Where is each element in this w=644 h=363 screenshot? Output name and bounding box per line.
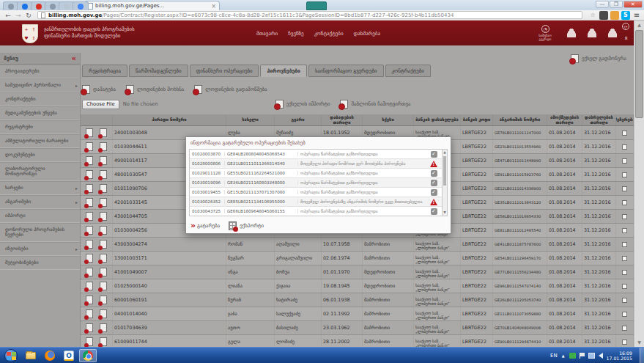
- edit-row-icon[interactable]: [86, 323, 93, 332]
- accounts-row-icon[interactable]: [100, 128, 107, 137]
- edit-row-icon[interactable]: [86, 128, 93, 137]
- maximize-button[interactable]: ❐: [610, 1, 623, 8]
- background-tab[interactable]: [306, 1, 327, 10]
- accounts-row-icon[interactable]: [100, 323, 107, 332]
- edit-row-icon[interactable]: [86, 156, 93, 165]
- user-document-icon[interactable]: [587, 29, 597, 37]
- suspend-checkbox[interactable]: [622, 256, 627, 261]
- suspend-checkbox[interactable]: [622, 270, 627, 275]
- volume-icon[interactable]: [599, 353, 603, 359]
- header-nav-item-3[interactable]: დახმარება: [354, 31, 380, 37]
- tab-1[interactable]: წარმომადგენლები: [129, 65, 188, 77]
- header-nav-item-2[interactable]: კონტაქტები: [314, 31, 344, 37]
- accounts-row-icon[interactable]: [100, 240, 107, 249]
- suspend-checkbox[interactable]: [622, 214, 627, 219]
- sidebar-item-11[interactable]: დონორული პროგრამების წევრები: [0, 223, 80, 242]
- toolbar-import-button-1[interactable]: შაბლონის ჩამოტვირთვა: [340, 100, 410, 109]
- suspend-checkbox[interactable]: [622, 284, 627, 289]
- header-nav-item-0[interactable]: მთავარი: [256, 31, 278, 37]
- accounts-row-icon[interactable]: [100, 212, 107, 221]
- sidebar-item-9[interactable]: ანგარიშები▸: [0, 195, 80, 209]
- column-header-8[interactable]: ანგარიშის ნომერი: [493, 114, 547, 125]
- edit-row-icon[interactable]: [86, 254, 93, 263]
- toolbar-button-0[interactable]: დამატება: [82, 85, 116, 94]
- suspend-checkbox[interactable]: [622, 298, 627, 303]
- refresh-circle-icon[interactable]: ⟳: [622, 23, 629, 30]
- browser-active-tab[interactable]: billing.moh.gov.ge/Pages… ×: [84, 1, 220, 10]
- suspend-checkbox[interactable]: [622, 186, 627, 191]
- edit-row-icon[interactable]: [86, 170, 93, 179]
- suspend-checkbox[interactable]: [622, 158, 627, 164]
- sidebar-item-3[interactable]: მედიკამენტების უწყება: [0, 106, 80, 120]
- toolbar-button-2[interactable]: ლოდინების გადამოწმება: [194, 85, 267, 94]
- column-header-10[interactable]: დასრულების თარიღი: [582, 114, 616, 125]
- scrollbar-thumb[interactable]: [443, 156, 446, 186]
- edit-row-icon[interactable]: [86, 240, 93, 249]
- profile-icon[interactable]: [566, 29, 577, 37]
- edit-row-icon[interactable]: [86, 296, 93, 304]
- firefox-taskbar-icon[interactable]: [41, 349, 59, 362]
- skype-extension-icon[interactable]: S: [621, 11, 630, 20]
- tab-4[interactable]: საინფორმაციო გვერდები: [308, 65, 384, 77]
- chrome-taskbar-icon[interactable]: [79, 349, 97, 362]
- pinned-tab[interactable]: [73, 1, 89, 10]
- suspend-checkbox[interactable]: [622, 228, 627, 233]
- forward-icon[interactable]: →: [13, 12, 23, 19]
- modal-scrollbar[interactable]: ▲ ▼: [442, 149, 448, 216]
- sidebar-item-6[interactable]: დოკუმენტები: [0, 148, 80, 162]
- edit-row-icon[interactable]: [86, 309, 93, 318]
- edit-row-icon[interactable]: [86, 212, 93, 221]
- tab-0[interactable]: რეგისტრაცია: [82, 65, 127, 77]
- tab-close-icon[interactable]: ×: [211, 3, 216, 10]
- excel-download-button[interactable]: ექსელ გადმოწერა: [571, 54, 626, 63]
- column-header-11[interactable]: შეჩერება: [616, 114, 634, 125]
- header-nav-item-1[interactable]: ჩვენზე: [288, 31, 304, 37]
- minimize-button[interactable]: —: [596, 1, 609, 8]
- edit-row-icon[interactable]: [86, 268, 93, 276]
- sidebar-item-0[interactable]: პროვაიდერები: [0, 65, 80, 78]
- bookmark-star-icon[interactable]: ☆: [588, 11, 597, 20]
- column-header-6[interactable]: ბანკის დასახელება: [414, 114, 461, 125]
- accounts-row-icon[interactable]: [100, 156, 107, 165]
- column-header-4[interactable]: დაბადების თარიღი: [322, 114, 363, 125]
- suspend-checkbox[interactable]: [622, 131, 627, 136]
- accounts-row-icon[interactable]: [100, 254, 107, 263]
- suspend-checkbox[interactable]: [622, 172, 627, 177]
- tab-5[interactable]: კონტრაქტები: [385, 65, 431, 77]
- export-button[interactable]: ექსპორტი: [240, 223, 264, 229]
- accounts-row-icon[interactable]: [100, 226, 107, 235]
- accounts-row-icon[interactable]: [100, 184, 107, 193]
- scroll-up-icon[interactable]: ▲: [443, 150, 447, 155]
- accounts-row-icon[interactable]: [100, 282, 107, 290]
- column-header-9[interactable]: ამოქმედების თარიღი: [547, 114, 582, 125]
- chrome-menu-icon[interactable]: ≡: [632, 11, 641, 20]
- suspend-checkbox[interactable]: [622, 200, 627, 205]
- suspend-checkbox[interactable]: [622, 242, 627, 247]
- edit-row-icon[interactable]: [86, 282, 93, 290]
- show-desktop-button[interactable]: [640, 348, 644, 363]
- column-header-3[interactable]: გვარი: [275, 114, 322, 125]
- network-status-icon[interactable]: [569, 353, 576, 359]
- accounts-row-icon[interactable]: [100, 296, 107, 304]
- edit-row-icon[interactable]: [86, 226, 93, 235]
- scroll-down-icon[interactable]: ▼: [443, 210, 447, 216]
- users-icon[interactable]: [607, 29, 618, 37]
- tab-2[interactable]: ფინანსური ოპერაციები: [190, 65, 259, 77]
- edit-row-icon[interactable]: [86, 142, 93, 151]
- edit-row-icon[interactable]: [86, 184, 93, 193]
- back-icon[interactable]: ←: [3, 12, 13, 19]
- process-button[interactable]: გატარება: [197, 223, 220, 229]
- close-button[interactable]: ✕: [623, 1, 643, 8]
- scroll-up-icon[interactable]: ▲: [634, 21, 644, 29]
- language-indicator[interactable]: EN: [550, 353, 558, 359]
- sidebar-item-5[interactable]: ამბულატორიული ბარათები: [0, 134, 80, 148]
- page-scrollbar[interactable]: ▲ ▼: [634, 21, 644, 347]
- column-header-7[interactable]: ბანკის კოდი: [461, 114, 493, 125]
- suspend-checkbox[interactable]: [622, 144, 627, 150]
- workspace-button[interactable]: ◔ სამუშაო გვერდი: [534, 25, 556, 41]
- sidebar-item-2[interactable]: კონტრაქტები: [0, 92, 80, 106]
- edit-row-icon[interactable]: [86, 198, 93, 207]
- sidebar-item-8[interactable]: ხარჯები▸: [0, 181, 80, 195]
- reload-icon[interactable]: ↻: [23, 12, 34, 19]
- toolbar-import-button-0[interactable]: ექსელის იმპორტი: [275, 100, 330, 109]
